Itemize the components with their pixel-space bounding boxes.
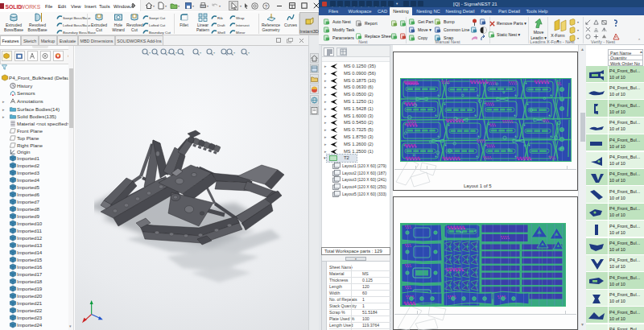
svg-text:WORKS: WORKS <box>20 4 41 10</box>
svg-text:?: ? <box>265 4 268 9</box>
